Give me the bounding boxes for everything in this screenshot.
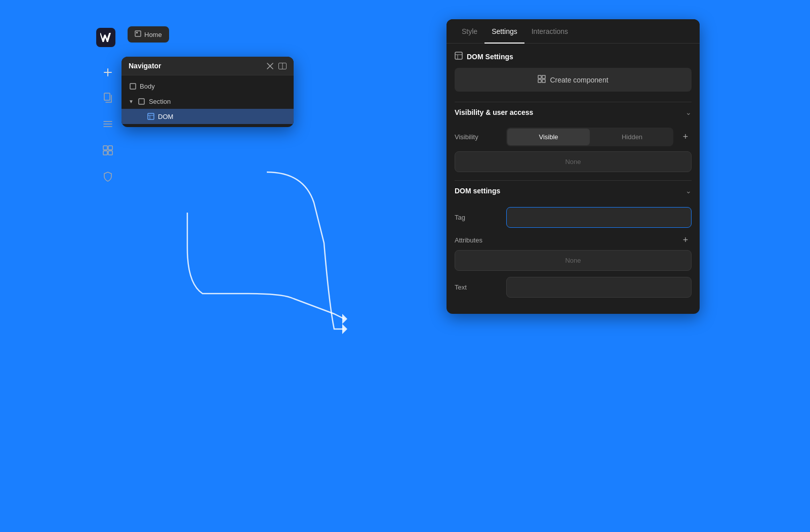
dom-settings-chevron-icon: ⌄ bbox=[685, 187, 692, 195]
tab-interactions[interactable]: Interactions bbox=[524, 19, 575, 44]
nav-item-section[interactable]: ▼ Section bbox=[122, 94, 294, 109]
svg-rect-8 bbox=[108, 151, 112, 155]
body-rectangle-icon bbox=[129, 82, 137, 90]
text-label: Text bbox=[455, 283, 500, 291]
svg-rect-6 bbox=[108, 146, 112, 150]
create-component-label: Create component bbox=[550, 76, 608, 84]
dom-settings-section: DOM settings ⌄ Tag Attributes + None Tex… bbox=[455, 180, 692, 298]
components-icon[interactable] bbox=[99, 141, 117, 159]
svg-rect-16 bbox=[538, 79, 541, 83]
svg-marker-1 bbox=[342, 324, 347, 334]
svg-rect-12 bbox=[148, 113, 154, 119]
svg-rect-15 bbox=[542, 75, 545, 78]
svg-rect-17 bbox=[542, 79, 545, 83]
svg-rect-7 bbox=[103, 151, 107, 155]
tag-row: Tag bbox=[455, 207, 692, 228]
text-row: Text bbox=[455, 277, 692, 298]
svg-rect-14 bbox=[538, 75, 541, 78]
visibility-label: Visibility bbox=[455, 133, 500, 141]
split-view-button[interactable] bbox=[278, 63, 287, 69]
svg-rect-4 bbox=[104, 93, 110, 100]
visibility-section: Visibility & user access ⌄ Visibility Vi… bbox=[455, 102, 692, 172]
svg-rect-2 bbox=[135, 31, 141, 36]
svg-rect-5 bbox=[103, 146, 107, 150]
visible-button[interactable]: Visible bbox=[507, 129, 590, 145]
nav-item-section-label: Section bbox=[149, 98, 171, 105]
pages-icon[interactable] bbox=[99, 89, 117, 107]
visibility-row: Visibility Visible Hidden + bbox=[455, 128, 692, 146]
svg-rect-13 bbox=[455, 52, 462, 59]
navigator-panel: Navigator Body bbox=[122, 57, 294, 127]
svg-rect-3 bbox=[136, 32, 138, 33]
dom-settings-icon bbox=[455, 52, 463, 62]
tab-settings[interactable]: Settings bbox=[484, 19, 524, 44]
attributes-row: Attributes + bbox=[455, 234, 692, 246]
close-navigator-button[interactable] bbox=[267, 63, 273, 69]
nav-item-body-label: Body bbox=[140, 83, 155, 90]
assets-icon[interactable] bbox=[99, 168, 117, 186]
dom-settings-title: DOM Settings bbox=[467, 53, 513, 61]
nav-item-dom[interactable]: DOM bbox=[122, 109, 294, 124]
component-icon bbox=[538, 75, 546, 85]
menu-layers-icon[interactable] bbox=[99, 115, 117, 133]
navigator-tree: Body ▼ Section DOM bbox=[122, 75, 294, 127]
attributes-add-button[interactable]: + bbox=[679, 234, 692, 246]
svg-marker-0 bbox=[342, 314, 347, 324]
attributes-none-field: None bbox=[455, 250, 692, 271]
visibility-none-field: None bbox=[455, 151, 692, 172]
svg-rect-11 bbox=[139, 99, 144, 104]
webflow-logo bbox=[96, 28, 115, 47]
visibility-toggle-group: Visible Hidden bbox=[506, 128, 673, 146]
hidden-button[interactable]: Hidden bbox=[591, 128, 673, 146]
dom-settings-section-header[interactable]: DOM settings ⌄ bbox=[455, 180, 692, 201]
svg-rect-10 bbox=[130, 84, 136, 89]
home-button[interactable]: Home bbox=[128, 26, 169, 43]
panel-tabs: Style Settings Interactions bbox=[447, 19, 700, 44]
dom-element-icon bbox=[147, 112, 155, 120]
nav-item-body[interactable]: Body bbox=[122, 78, 294, 94]
nav-item-dom-label: DOM bbox=[158, 113, 173, 120]
settings-panel: Style Settings Interactions DOM Settings bbox=[447, 19, 700, 314]
text-input[interactable] bbox=[506, 277, 692, 298]
dom-settings-section-title: DOM settings bbox=[455, 187, 500, 195]
attributes-label: Attributes bbox=[455, 236, 482, 244]
create-component-button[interactable]: Create component bbox=[455, 68, 692, 92]
navigator-title: Navigator bbox=[129, 62, 161, 70]
collapse-icon: ▼ bbox=[129, 99, 134, 104]
visibility-add-button[interactable]: + bbox=[679, 131, 692, 143]
visibility-chevron-icon: ⌄ bbox=[685, 108, 692, 116]
visibility-section-title: Visibility & user access bbox=[455, 108, 533, 116]
home-icon bbox=[135, 30, 141, 38]
visibility-section-header[interactable]: Visibility & user access ⌄ bbox=[455, 102, 692, 122]
home-label: Home bbox=[144, 31, 162, 38]
dom-settings-header: DOM Settings bbox=[455, 52, 692, 62]
section-rectangle-icon bbox=[138, 97, 146, 105]
tag-input[interactable] bbox=[506, 207, 692, 228]
tab-style[interactable]: Style bbox=[455, 19, 484, 44]
add-icon[interactable] bbox=[99, 63, 117, 81]
navigator-header: Navigator bbox=[122, 57, 294, 75]
tag-label: Tag bbox=[455, 214, 500, 221]
